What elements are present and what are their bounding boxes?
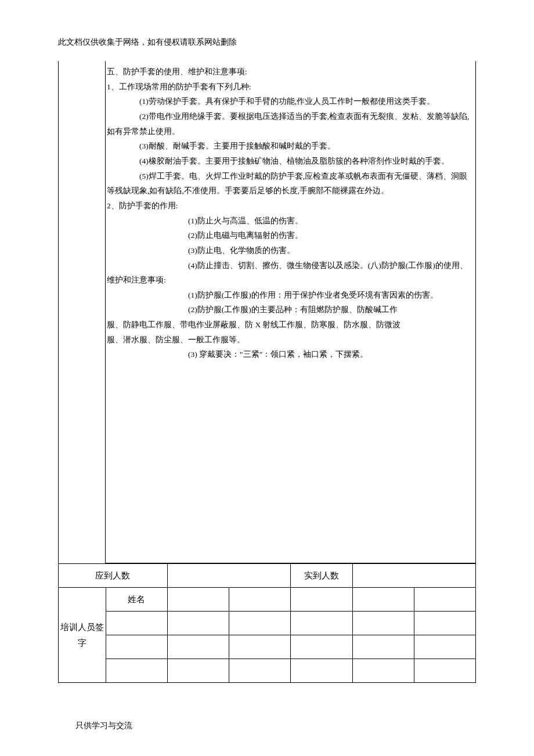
expected-count-label: 应到人数 <box>59 564 168 588</box>
item2-title: 2、防护手套的作用: <box>107 198 474 214</box>
item1-sub1: (1)劳动保护手套。具有保护手和手臂的功能,作业人员工作时一般都使用这类手套。 <box>107 94 474 109</box>
attendance-row: 应到人数 实到人数 <box>59 564 476 588</box>
signature-row <box>59 635 476 659</box>
name-cell <box>291 588 352 612</box>
signature-cell <box>167 659 229 683</box>
signature-cell <box>229 635 291 659</box>
name-header: 姓名 <box>106 588 167 612</box>
signature-cell <box>352 659 414 683</box>
signature-cell <box>106 659 167 683</box>
item3-sub2b: 服、防静电工作服、带电作业屏蔽服、防 X 射线工作服、防寒服、防水服、防微波 <box>107 317 474 332</box>
item3-sub2: (2)防护服(工作服)的主要品种：有阻燃防护服、防酸碱工作 <box>107 302 474 317</box>
signature-row <box>59 659 476 683</box>
item3-sub1: (1)防护服(工作服)的作用：用于保护作业者免受环境有害因素的伤害。 <box>107 288 474 303</box>
signature-cell <box>414 635 475 659</box>
signature-cell <box>229 612 291 635</box>
item1-sub5: (5)焊工手套。电、火焊工作业时戴的防护手套,应检查皮革或帆布表面有无僵硬、薄档… <box>107 169 474 184</box>
section-title: 五、防护手套的使用、维护和注意事项: <box>107 64 474 79</box>
name-cell <box>167 588 229 612</box>
document-page: 此文档仅供收集于网络，如有侵权请联系网站删除 五、防护手套的使用、维护和注意事项… <box>0 0 534 756</box>
item1-title: 1、工作现场常用的防护手套有下列几种: <box>107 79 474 95</box>
signature-cell <box>291 659 352 683</box>
item3-sub3: (3) 穿戴要决："三紧"：领口紧，袖口紧，下摆紧。 <box>107 347 474 362</box>
item1-sub5b: 等残缺现象,如有缺陷,不准使用。手套要后足够的长度,手腕部不能裸露在外边。 <box>107 183 474 198</box>
signature-label: 培训人员签字 <box>59 588 106 683</box>
signature-cell <box>291 612 352 635</box>
signature-cell <box>106 612 167 635</box>
item2-sub4: (4)防止撞击、切割、擦伤、微生物侵害以及感染。(八)防护服(工作服)的使用、 <box>107 258 474 273</box>
signature-cell <box>414 659 475 683</box>
item1-sub2: (2)带电作业用绝缘手套。要根据电压选择适当的手套,检查表面有无裂痕、发粘、发脆… <box>107 109 474 124</box>
item2-sub3: (3)防止电、化学物质的伤害。 <box>107 243 474 258</box>
signature-cell <box>352 635 414 659</box>
item2-sub2: (2)防止电磁与电离辐射的伤害。 <box>107 228 474 243</box>
signature-cell <box>352 612 414 635</box>
actual-count-label: 实到人数 <box>291 564 352 588</box>
signature-cell <box>229 659 291 683</box>
name-cell <box>352 588 414 612</box>
item1-sub3: (3)耐酸、耐碱手套。主要用于接触酸和碱时戴的手套。 <box>107 139 474 154</box>
item2-sub1: (1)防止火与高温、低温的伤害。 <box>107 214 474 229</box>
footer-note: 只供学习与交流 <box>75 718 132 733</box>
signature-cell <box>291 635 352 659</box>
signature-cell <box>106 635 167 659</box>
signature-cell <box>167 635 229 659</box>
signature-cell <box>414 612 475 635</box>
item1-sub2b: 如有异常禁止使用。 <box>107 124 474 139</box>
item2-sub4b: 维护和注意事项: <box>107 273 474 288</box>
main-content: 五、防护手套的使用、维护和注意事项: 1、工作现场常用的防护手套有下列几种: (… <box>106 61 475 563</box>
item3-sub2c: 服、潜水服、防尘服、一般工作服等。 <box>107 332 474 348</box>
attendance-table: 应到人数 实到人数 培训人员签字 姓名 <box>58 563 476 683</box>
header-disclaimer: 此文档仅供收集于网络，如有侵权请联系网站删除 <box>58 35 476 49</box>
name-cell <box>414 588 475 612</box>
signature-cell <box>167 612 229 635</box>
name-cell <box>229 588 291 612</box>
name-header-row: 培训人员签字 姓名 <box>59 588 476 612</box>
item1-sub4: (4)橡胶耐油手套。主要用于接触矿物油、植物油及脂肪簇的各种溶剂作业时戴的手套。 <box>107 154 474 169</box>
signature-row <box>59 612 476 635</box>
actual-count-value <box>352 564 475 588</box>
expected-count-value <box>167 564 290 588</box>
content-table: 五、防护手套的使用、维护和注意事项: 1、工作现场常用的防护手套有下列几种: (… <box>58 61 476 563</box>
